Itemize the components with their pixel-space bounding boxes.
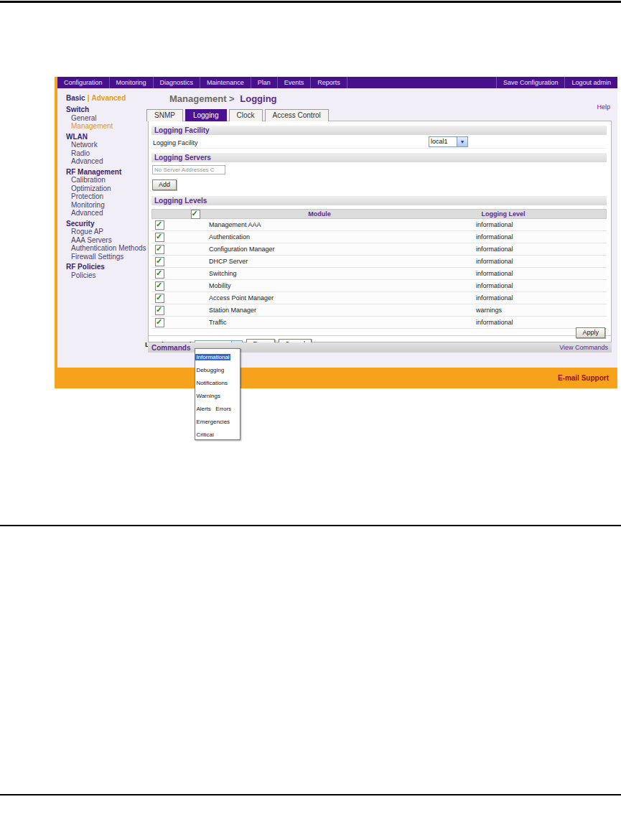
module-cell: Traffic — [209, 319, 476, 326]
module-cell: Authentication — [209, 233, 476, 241]
row-checkbox[interactable] — [155, 306, 164, 315]
table-row: Traffic informational — [151, 317, 607, 329]
tab-access-control[interactable]: Access Control — [265, 109, 329, 121]
nav-item-maintenance[interactable]: Maintenance — [200, 77, 251, 88]
level-cell: informational — [476, 221, 607, 228]
dropdown-option-debugging[interactable]: Debugging — [195, 367, 225, 373]
logging-facility-row: Logging Facility local1 ▼ — [151, 136, 607, 149]
nav-item-plan[interactable]: Plan — [251, 77, 278, 88]
dropdown-option-errors[interactable]: Errors — [215, 406, 232, 412]
level-cell: informational — [476, 246, 607, 253]
sidebar-item-optimization[interactable]: Optimization — [66, 185, 140, 193]
section-header-logging-facility: Logging Facility — [151, 126, 607, 135]
row-checkbox[interactable] — [155, 245, 164, 254]
nav-item-save-configuration[interactable]: Save Configuration — [496, 77, 565, 88]
nav-item-events[interactable]: Events — [278, 77, 312, 88]
sidebar-item-radio[interactable]: Radio — [66, 149, 140, 158]
sidebar-item-firewall-settings[interactable]: Firewall Settings — [66, 253, 140, 261]
sidebar-section-wlan: WLAN Network Radio Advanced — [66, 133, 140, 166]
tab-panel: Logging Facility Logging Facility local1… — [148, 121, 612, 342]
nav-item-diagnostics[interactable]: Diagnostics — [154, 77, 201, 88]
sidebar-item-management[interactable]: Management — [66, 122, 140, 131]
sidebar-item-protection[interactable]: Protection — [66, 192, 140, 201]
table-row: Mobility informational — [151, 280, 607, 292]
app-screenshot: Configuration Monitoring Diagnostics Mai… — [55, 77, 617, 388]
tab-bar: SNMP Logging Clock Access Control — [146, 109, 329, 121]
table-row: Station Manager warnings — [151, 304, 607, 317]
level-cell: informational — [476, 233, 607, 241]
module-cell: Mobility — [209, 282, 476, 289]
main-content: Management > Logging Help SNMP Logging C… — [140, 88, 617, 368]
top-rule — [0, 1, 621, 3]
module-cell: Access Point Manager — [209, 294, 476, 302]
dropdown-option-alerts[interactable]: Alerts — [195, 406, 211, 412]
row-checkbox[interactable] — [155, 294, 164, 303]
tab-clock[interactable]: Clock — [229, 109, 263, 121]
nav-item-logout[interactable]: Logout admin — [564, 77, 617, 88]
select-all-cell — [152, 210, 238, 219]
tab-snmp[interactable]: SNMP — [146, 109, 183, 121]
nav-left-group: Configuration Monitoring Diagnostics Mai… — [57, 77, 347, 88]
nav-item-reports[interactable]: Reports — [311, 77, 347, 88]
sidebar-section-title: Security — [66, 220, 140, 228]
section-header-logging-servers: Logging Servers — [151, 153, 607, 162]
apply-button[interactable]: Apply — [576, 327, 605, 338]
module-cell: Management AAA — [209, 221, 476, 228]
editor-separator — [149, 335, 611, 336]
sidebar-item-rogue-ap[interactable]: Rogue AP — [66, 228, 140, 236]
view-commands-link[interactable]: View Commands — [559, 344, 608, 351]
sidebar-item-monitoring[interactable]: Monitoring — [66, 201, 140, 210]
row-checkbox[interactable] — [155, 281, 164, 291]
dropdown-option-notifications[interactable]: Notifications — [195, 380, 228, 386]
sidebar-section-title: Switch — [66, 106, 140, 114]
sidebar-item-wlan-advanced[interactable]: Advanced — [66, 157, 140, 166]
table-row: Configuration Manager informational — [151, 243, 607, 256]
level-cell: informational — [476, 270, 607, 277]
sidebar-section-security: Security Rogue AP AAA Servers Authentica… — [66, 220, 140, 261]
breadcrumb-parent: Management > — [169, 93, 235, 104]
sidebar-section-title: RF Management — [66, 168, 140, 177]
level-cell: warnings — [476, 307, 607, 314]
dropdown-option-critical[interactable]: Critical — [195, 431, 214, 438]
sidebar-item-calibration[interactable]: Calibration — [66, 176, 140, 185]
level-cell: informational — [476, 319, 607, 326]
sidebar-item-policies[interactable]: Policies — [66, 271, 140, 280]
nav-item-monitoring[interactable]: Monitoring — [110, 77, 154, 88]
sidebar-section-title: RF Policies — [66, 263, 140, 271]
logging-level-dropdown-list: Informational Debugging Notifications Wa… — [195, 348, 241, 440]
dropdown-option-informational[interactable]: Informational — [195, 354, 230, 360]
table-row: Switching informational — [151, 268, 607, 280]
app-body: Basic|Advanced Switch General Management… — [57, 88, 617, 368]
help-link[interactable]: Help — [597, 103, 610, 111]
table-row: Management AAA informational — [151, 219, 607, 231]
tab-logging[interactable]: Logging — [185, 109, 227, 121]
select-all-checkbox[interactable] — [191, 210, 200, 219]
nav-item-configuration[interactable]: Configuration — [57, 77, 110, 88]
row-checkbox[interactable] — [155, 257, 164, 266]
module-cell: Station Manager — [209, 307, 476, 314]
chevron-down-icon[interactable]: ▼ — [457, 137, 467, 146]
level-column-header: Logging Level — [401, 210, 606, 218]
email-support-link[interactable]: E-mail Support — [558, 374, 609, 382]
sidebar-item-general[interactable]: General — [66, 114, 140, 123]
row-checkbox[interactable] — [155, 269, 164, 279]
sidebar-section-rf-policies: RF Policies Policies — [66, 263, 140, 279]
sidebar-mode-basic[interactable]: Basic — [66, 94, 85, 102]
module-cell: Configuration Manager — [209, 246, 476, 253]
sidebar-mode-switcher: Basic|Advanced — [66, 94, 140, 102]
sidebar: Basic|Advanced Switch General Management… — [57, 88, 140, 368]
sidebar-item-aaa-servers[interactable]: AAA Servers — [66, 236, 140, 245]
sidebar-item-authentication-methods[interactable]: Authentication Methods — [66, 244, 140, 253]
logging-facility-value: local1 — [429, 137, 457, 146]
sidebar-item-rf-advanced[interactable]: Advanced — [66, 209, 140, 218]
add-server-button[interactable]: Add — [152, 179, 177, 190]
logging-facility-select[interactable]: local1 ▼ — [429, 136, 468, 147]
dropdown-option-emergencies[interactable]: Emergencies — [195, 419, 230, 425]
sidebar-mode-advanced[interactable]: Advanced — [92, 94, 126, 102]
sidebar-item-network[interactable]: Network — [66, 141, 140, 149]
row-checkbox[interactable] — [155, 318, 164, 327]
row-checkbox[interactable] — [155, 220, 164, 230]
row-checkbox[interactable] — [155, 233, 164, 242]
dropdown-option-warnings[interactable]: Warnings — [195, 393, 221, 399]
level-cell: informational — [476, 294, 607, 302]
